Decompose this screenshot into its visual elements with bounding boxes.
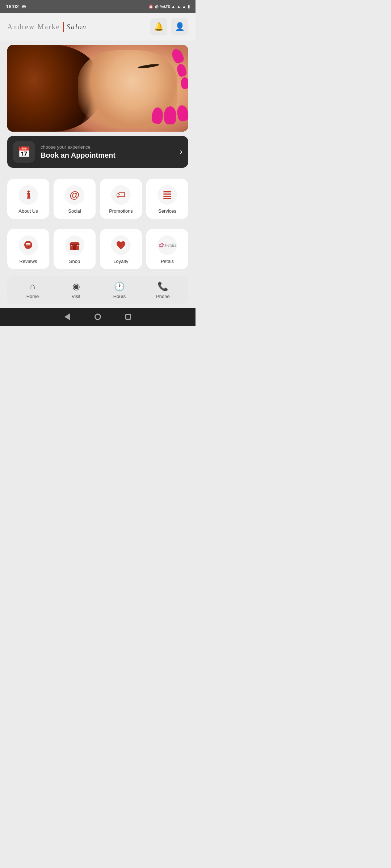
promotions-button[interactable]: 🏷 Promotions bbox=[100, 179, 142, 219]
book-title: Book an Appointment bbox=[41, 151, 174, 159]
reviews-icon-circle bbox=[18, 235, 38, 255]
promotions-label: Promotions bbox=[109, 208, 133, 214]
social-button[interactable]: @ Social bbox=[54, 179, 96, 219]
svg-rect-1 bbox=[163, 193, 171, 195]
petals-flower-icon: ✿ bbox=[158, 241, 164, 249]
petals-logo: ✿ Petals bbox=[158, 241, 176, 249]
bell-icon: 🔔 bbox=[154, 22, 164, 31]
book-arrow-icon: › bbox=[180, 147, 182, 157]
hero-banner bbox=[7, 45, 188, 132]
tag-icon: 🏷 bbox=[116, 190, 126, 201]
hours-label: Hours bbox=[113, 294, 126, 299]
app-header: Andrew Marke Salon 🔔 👤 bbox=[0, 13, 196, 41]
hero-image bbox=[7, 45, 188, 132]
petals-label: Petals bbox=[161, 259, 174, 264]
profile-icon: 👤 bbox=[175, 22, 185, 31]
shop-label: Shop bbox=[69, 259, 80, 264]
visit-label: Visit bbox=[72, 294, 80, 299]
book-subtitle: choose your experience bbox=[41, 144, 174, 150]
logo-salon-text: Salon bbox=[67, 23, 87, 31]
wifi-icon: ▲ bbox=[171, 4, 175, 9]
header-buttons: 🔔 👤 bbox=[150, 18, 188, 35]
loyalty-icon-circle bbox=[111, 235, 131, 255]
nav-hours[interactable]: 🕐 Hours bbox=[98, 281, 141, 299]
logo-brand-text: Andrew Marke bbox=[7, 23, 60, 31]
network-icon: ⊛ bbox=[22, 4, 26, 9]
hours-icon: 🕐 bbox=[114, 281, 125, 292]
about-us-label: About Us bbox=[18, 208, 38, 214]
nail-5 bbox=[164, 106, 176, 124]
shop-button[interactable]: Shop bbox=[54, 229, 96, 269]
nail-2 bbox=[176, 63, 188, 77]
reviews-button[interactable]: Reviews bbox=[7, 229, 49, 269]
petals-button[interactable]: ✿ Petals Petals bbox=[146, 229, 188, 269]
nav-visit[interactable]: ◉ Visit bbox=[54, 281, 98, 299]
nav-home[interactable]: ⌂ Home bbox=[11, 281, 54, 299]
heart-icon bbox=[115, 240, 126, 251]
home-button[interactable] bbox=[93, 312, 102, 321]
about-us-button[interactable]: ℹ About Us bbox=[7, 179, 49, 219]
store-icon bbox=[69, 240, 80, 251]
bottom-navigation: ⌂ Home ◉ Visit 🕐 Hours 📞 Phone bbox=[7, 276, 188, 304]
book-appointment-banner[interactable]: 📅 choose your experience Book an Appoint… bbox=[7, 136, 188, 168]
promotions-icon-circle: 🏷 bbox=[111, 185, 131, 205]
signal-icon1: ▲ bbox=[177, 4, 181, 9]
signal-icon2: ▲ bbox=[182, 4, 186, 9]
status-bar: 16:02 ⊛ ⏰ ◎ VoLTE ▲ ▲ ▲ ▮ bbox=[0, 0, 196, 13]
shop-icon-circle bbox=[65, 235, 84, 255]
services-icon-circle bbox=[157, 185, 177, 205]
home-system-icon bbox=[94, 314, 101, 320]
petals-text: Petals bbox=[164, 242, 176, 248]
services-button[interactable]: Services bbox=[146, 179, 188, 219]
nav-phone[interactable]: 📞 Phone bbox=[141, 281, 185, 299]
svg-rect-2 bbox=[163, 196, 171, 197]
chat-icon bbox=[23, 240, 34, 251]
at-icon: @ bbox=[70, 189, 79, 201]
social-label: Social bbox=[68, 208, 81, 214]
recents-button[interactable] bbox=[124, 312, 133, 321]
services-label: Services bbox=[158, 208, 176, 214]
svg-rect-11 bbox=[71, 245, 72, 246]
logo-divider bbox=[63, 22, 64, 32]
svg-rect-10 bbox=[73, 246, 76, 250]
petals-icon-circle: ✿ Petals bbox=[157, 235, 177, 255]
visit-icon: ◉ bbox=[72, 281, 80, 292]
system-navigation-bar bbox=[0, 308, 196, 326]
nail-6 bbox=[176, 105, 188, 122]
status-time: 16:02 bbox=[6, 4, 19, 9]
alarm-icon: ⏰ bbox=[148, 4, 154, 9]
status-right: ⏰ ◎ VoLTE ▲ ▲ ▲ ▮ bbox=[148, 4, 190, 9]
reviews-label: Reviews bbox=[19, 259, 37, 264]
phone-icon: 📞 bbox=[157, 281, 168, 292]
notification-button[interactable]: 🔔 bbox=[150, 18, 167, 35]
home-icon: ⌂ bbox=[30, 281, 35, 292]
about-us-icon-circle: ℹ bbox=[18, 185, 38, 205]
nail-3 bbox=[181, 77, 188, 89]
profile-button[interactable]: 👤 bbox=[171, 18, 188, 35]
nail-4 bbox=[151, 107, 164, 124]
book-text: choose your experience Book an Appointme… bbox=[41, 144, 174, 159]
book-icon-box: 📅 bbox=[13, 141, 35, 163]
menu-grid-row1: ℹ About Us @ Social 🏷 Promotions Service… bbox=[0, 175, 196, 222]
recents-icon bbox=[125, 314, 131, 320]
info-icon: ℹ bbox=[26, 189, 30, 201]
app-logo: Andrew Marke Salon bbox=[7, 22, 87, 32]
loyalty-button[interactable]: Loyalty bbox=[100, 229, 142, 269]
back-icon bbox=[64, 313, 70, 320]
loyalty-label: Loyalty bbox=[113, 259, 128, 264]
phone-label: Phone bbox=[156, 294, 170, 299]
menu-grid-row2: Reviews Shop Loyalty bbox=[0, 225, 196, 273]
svg-rect-3 bbox=[163, 198, 171, 199]
list-icon bbox=[162, 190, 173, 200]
nails-bottom bbox=[151, 105, 188, 126]
home-label: Home bbox=[26, 294, 39, 299]
battery-icon: ▮ bbox=[188, 4, 190, 9]
social-icon-circle: @ bbox=[65, 185, 84, 205]
volte-text: VoLTE bbox=[160, 5, 170, 8]
svg-rect-0 bbox=[163, 191, 171, 192]
calendar-icon: 📅 bbox=[18, 146, 30, 158]
status-left: 16:02 ⊛ bbox=[6, 4, 26, 9]
location-icon: ◎ bbox=[155, 4, 159, 9]
back-button[interactable] bbox=[63, 312, 72, 321]
svg-rect-12 bbox=[77, 245, 79, 246]
